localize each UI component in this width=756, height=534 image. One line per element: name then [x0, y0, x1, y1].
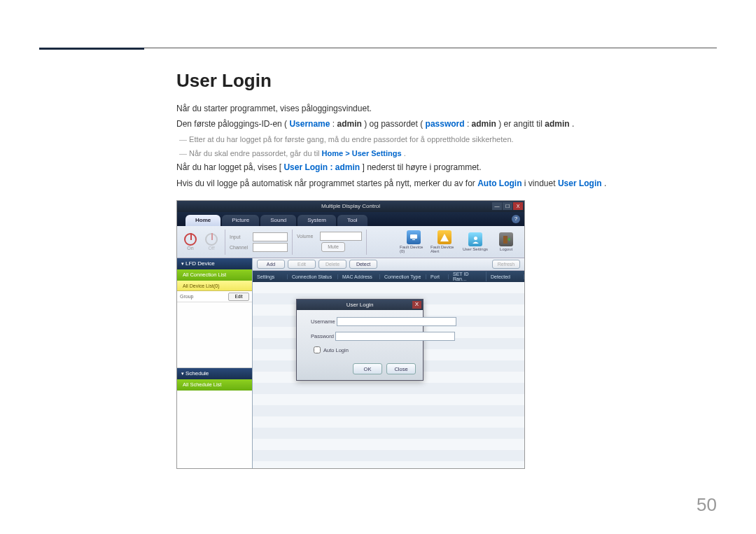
sidebar-header-lfd[interactable]: LFD Device: [177, 258, 252, 269]
fault-alert-button[interactable]: Fault Device Alert: [430, 230, 458, 253]
ribbon: On Off Input Channel Volume: [177, 226, 524, 258]
tab-tool[interactable]: Tool: [337, 215, 368, 226]
lbl: Fault Device Alert: [430, 245, 458, 253]
note-2: Når du skal endre passordet, går du til …: [179, 147, 717, 161]
help-icon[interactable]: ?: [512, 215, 520, 223]
password-input[interactable]: [335, 332, 455, 341]
t: ] nederst til høyre i programmet.: [362, 162, 481, 172]
edit-button[interactable]: Edit: [288, 260, 316, 269]
dialog-titlebar: User Login X: [297, 300, 423, 310]
maximize-button[interactable]: ☐: [503, 202, 512, 210]
col-conn-status[interactable]: Connection Status: [288, 274, 338, 279]
sidebar-spacer: [177, 391, 252, 468]
t: Når du har logget på, vises [: [176, 162, 281, 172]
delete-button[interactable]: Delete: [318, 260, 346, 269]
user-login-dialog: User Login X Username Password Auto Logi…: [296, 299, 424, 381]
window-title: Multiple Display Control: [321, 203, 380, 209]
page-accent-rule: [39, 48, 144, 50]
lbl-password: Password: [311, 333, 334, 339]
dialog-close-icon[interactable]: X: [412, 301, 421, 309]
minimize-button[interactable]: —: [492, 202, 502, 210]
tab-sound[interactable]: Sound: [260, 215, 296, 226]
t: Hvis du vil logge på automatisk når prog…: [176, 178, 477, 188]
tab-home[interactable]: Home: [186, 215, 220, 226]
fault-device-button[interactable]: Fault Device (0): [400, 230, 428, 253]
volume-slider[interactable]: [320, 232, 362, 241]
t: i vinduet: [524, 178, 558, 188]
sidebar-all-device[interactable]: All Device List(0): [177, 281, 252, 291]
lbl: Fault Device (0): [400, 245, 428, 253]
content-column: User Login Når du starter programmet, vi…: [176, 70, 717, 469]
col-conn-type[interactable]: Connection Type: [380, 274, 426, 279]
separator: [225, 230, 225, 255]
power-icon: [184, 233, 197, 246]
lbl-on: On: [187, 246, 193, 251]
col-detected[interactable]: Detected: [486, 274, 524, 279]
opt-autologin: Auto Login: [477, 178, 522, 188]
svg-rect-0: [410, 234, 417, 239]
dialog-title: User Login: [346, 302, 374, 308]
separator: [292, 230, 293, 255]
t: :: [467, 119, 472, 129]
sidebar-spacer: [177, 302, 252, 368]
column-headers: Settings Connection Status MAC Address C…: [253, 271, 524, 282]
door-icon: [499, 232, 513, 246]
t: Når du skal endre passordet, går du til: [189, 149, 322, 157]
power-off-icon: [205, 233, 218, 246]
lbl-off: Off: [208, 246, 214, 251]
mute-button[interactable]: Mute: [321, 242, 345, 252]
t: ) og passordet (: [364, 119, 423, 129]
autologin-checkbox[interactable]: [314, 346, 321, 353]
lbl-group: Group: [180, 294, 193, 299]
input-channel-group: Input Channel: [230, 232, 288, 252]
lbl-autologin: Auto Login: [323, 347, 349, 353]
logout-button[interactable]: Logout: [492, 232, 520, 251]
add-button[interactable]: Add: [257, 260, 285, 269]
para-3: Når du har logget på, vises [ User Login…: [176, 160, 717, 174]
col-mac[interactable]: MAC Address: [338, 274, 380, 279]
dialog-buttons: OK Close: [297, 359, 423, 380]
channel-dropdown[interactable]: [253, 243, 288, 252]
refresh-button[interactable]: Refresh: [492, 260, 520, 269]
col-setid[interactable]: SET ID Ran…: [449, 272, 486, 281]
username-input[interactable]: [337, 317, 456, 326]
close-button[interactable]: Close: [386, 363, 416, 374]
sidebar-all-connection[interactable]: All Connection List: [177, 269, 252, 281]
lbl-volume: Volume: [297, 234, 318, 239]
monitor-icon: [407, 230, 421, 244]
heading-user-login: User Login: [176, 70, 717, 92]
lbl: User Settings: [463, 247, 488, 251]
col-port[interactable]: Port: [426, 274, 449, 279]
svg-rect-1: [412, 239, 415, 240]
val-admin3: admin: [545, 119, 569, 129]
sidebar: LFD Device All Connection List All Devic…: [177, 258, 253, 468]
group-edit-button[interactable]: Edit: [228, 293, 249, 301]
val-admin2: admin: [472, 119, 496, 129]
status-userlogin: User Login : admin: [284, 162, 360, 172]
detect-button[interactable]: Detect: [349, 260, 377, 269]
user-settings-button[interactable]: User Settings: [461, 232, 489, 251]
power-off-button[interactable]: Off: [202, 231, 220, 253]
tab-picture[interactable]: Picture: [222, 215, 259, 226]
main-tabs: Home Picture Sound System Tool ?: [177, 212, 524, 226]
sidebar-group-row: Group Edit: [177, 291, 252, 302]
val-admin: admin: [337, 119, 361, 129]
col-settings[interactable]: Settings: [253, 274, 288, 279]
t: .: [572, 119, 574, 129]
t: .: [404, 149, 406, 157]
lbl-username: Username: [311, 318, 335, 325]
power-on-button[interactable]: On: [181, 231, 200, 253]
sidebar-header-schedule[interactable]: Schedule: [177, 368, 252, 379]
sidebar-all-schedule[interactable]: All Schedule List: [177, 379, 252, 391]
input-dropdown[interactable]: [253, 232, 288, 241]
close-button[interactable]: X: [513, 202, 523, 210]
t: >: [345, 149, 351, 157]
para-2: Den første påloggings-ID-en ( Username :…: [176, 117, 717, 131]
tab-system[interactable]: System: [298, 215, 336, 226]
note-1: Etter at du har logget på for første gan…: [179, 133, 717, 147]
alert-icon: [438, 230, 451, 244]
window-titlebar: Multiple Display Control — ☐ X: [177, 201, 524, 212]
app-screenshot: Multiple Display Control — ☐ X Home Pict…: [176, 200, 525, 469]
svg-rect-3: [503, 236, 507, 244]
ok-button[interactable]: OK: [353, 363, 382, 374]
